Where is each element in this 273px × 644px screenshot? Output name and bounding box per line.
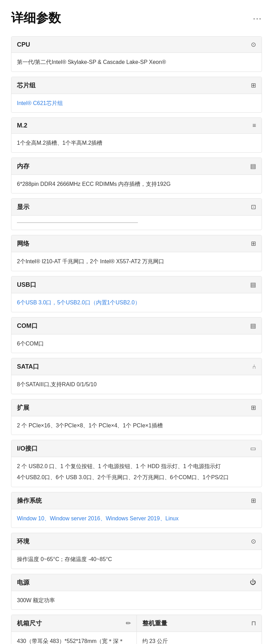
section-body-power: 300W 额定功率 <box>11 591 262 610</box>
section-body-cpu: 第一代/第二代Intel® Skylake-SP & Cascade Lake-… <box>11 53 262 72</box>
section-header-chipset: 芯片组 ⊞ <box>11 77 262 94</box>
weight-icon: ⊓ <box>251 619 256 627</box>
usb-icon: ▤ <box>250 281 256 288</box>
section-body-usb: 6个USB 3.0口，5个USB2.0口（内置1个USB2.0） <box>11 293 262 312</box>
m2-icon: ≡ <box>252 122 256 129</box>
section-dimensions: 机箱尺寸 ✏ 430（带耳朵 483）*552*178mm（宽＊深＊高） <box>11 615 137 644</box>
os-link[interactable]: Window 10、Window server 2016、Windows Ser… <box>17 515 179 521</box>
section-expansion: 扩展 ⊞ 2 个 PCIe×16、3个PCIe×8、1个 PCIe×4、1个 P… <box>11 399 262 435</box>
section-network: 网络 ⊞ 2个Intel® I210-AT 千兆网口，2个 Intel® X55… <box>11 235 262 271</box>
section-title-network: 网络 <box>17 239 29 248</box>
section-title-usb: USB口 <box>17 281 36 289</box>
section-title-io: I/O接口 <box>17 444 38 453</box>
section-header-env: 环境 ⊙ <box>11 533 262 550</box>
section-title-memory: 内存 <box>17 162 29 170</box>
section-header-dimensions: 机箱尺寸 ✏ <box>11 615 136 632</box>
env-icon: ⊙ <box>251 538 256 545</box>
page-header: 详细参数 ··· <box>11 10 262 27</box>
section-header-weight: 整机重量 ⊓ <box>137 615 262 632</box>
section-chipset: 芯片组 ⊞ Intel® C621芯片组 <box>11 77 262 113</box>
usb-link[interactable]: 6个USB 3.0口，5个USB2.0口（内置1个USB2.0） <box>17 300 140 305</box>
section-title-power: 电源 <box>17 578 29 587</box>
com-icon: ▤ <box>250 322 256 330</box>
section-body-chipset: Intel® C621芯片组 <box>11 94 262 113</box>
section-weight: 整机重量 ⊓ 约 23 公斤 <box>137 615 262 644</box>
section-usb: USB口 ▤ 6个USB 3.0口，5个USB2.0口（内置1个USB2.0） <box>11 276 262 312</box>
section-header-power: 电源 ⏻ <box>11 574 262 591</box>
section-os: 操作系统 ⊞ Window 10、Window server 2016、Wind… <box>11 492 262 528</box>
section-header-network: 网络 ⊞ <box>11 235 262 252</box>
section-title-chipset: 芯片组 <box>17 81 36 89</box>
section-header-display: 显示 ⊡ <box>11 199 262 216</box>
chipset-icon: ⊞ <box>251 82 256 89</box>
more-menu-button[interactable]: ··· <box>253 13 262 23</box>
section-header-os: 操作系统 ⊞ <box>11 492 262 509</box>
section-cpu: CPU ⊙ 第一代/第二代Intel® Skylake-SP & Cascade… <box>11 36 262 72</box>
section-header-usb: USB口 ▤ <box>11 276 262 293</box>
section-title-os: 操作系统 <box>17 496 42 505</box>
section-title-expansion: 扩展 <box>17 404 29 412</box>
io-icon: ▭ <box>250 445 256 452</box>
expansion-icon: ⊞ <box>251 404 256 411</box>
section-title-dimensions: 机箱尺寸 <box>17 619 42 627</box>
page-container: 详细参数 ··· CPU ⊙ 第一代/第二代Intel® Skylake-SP … <box>0 0 273 644</box>
display-line <box>17 222 138 223</box>
section-body-env: 操作温度 0~65°C；存储温度 -40~85°C <box>11 550 262 569</box>
section-title-m2: M.2 <box>17 122 27 129</box>
section-display: 显示 ⊡ <box>11 198 262 230</box>
dimensions-icon: ✏ <box>126 619 131 627</box>
section-title-sata: SATA口 <box>17 362 39 371</box>
section-body-os: Window 10、Window server 2016、Windows Ser… <box>11 509 262 528</box>
cpu-icon: ⊙ <box>251 41 256 48</box>
section-header-sata: SATA口 ⑃ <box>11 358 262 375</box>
section-body-network: 2个Intel® I210-AT 千兆网口，2个 Intel® X557-AT2… <box>11 252 262 271</box>
section-header-expansion: 扩展 ⊞ <box>11 399 262 416</box>
section-header-io: I/O接口 ▭ <box>11 440 262 457</box>
section-memory: 内存 ▤ 6*288pin DDR4 2666MHz ECC RDIMMs 内存… <box>11 158 262 194</box>
section-title-weight: 整机重量 <box>142 619 167 627</box>
section-env: 环境 ⊙ 操作温度 0~65°C；存储温度 -40~85°C <box>11 533 262 569</box>
section-body-m2: 1个全高M.2插槽、1个半高M.2插槽 <box>11 134 262 152</box>
section-power: 电源 ⏻ 300W 额定功率 <box>11 574 262 610</box>
section-body-display <box>11 216 262 230</box>
section-body-io: 2 个 USB2.0 口、1 个复位按钮、1 个电源按钮、1 个 HDD 指示灯… <box>11 457 262 486</box>
section-sata: SATA口 ⑃ 8个SATAIII口,支持RAID 0/1/5/10 <box>11 358 262 394</box>
os-icon: ⊞ <box>251 497 256 504</box>
section-body-weight: 约 23 公斤 <box>137 632 262 644</box>
page-title: 详细参数 <box>11 10 61 27</box>
chipset-link[interactable]: Intel® C621芯片组 <box>17 100 63 106</box>
section-body-memory: 6*288pin DDR4 2666MHz ECC RDIMMs 内存插槽，支持… <box>11 175 262 193</box>
section-title-com: COM口 <box>17 322 38 330</box>
section-title-cpu: CPU <box>17 41 30 48</box>
section-title-display: 显示 <box>17 203 29 211</box>
section-header-com: COM口 ▤ <box>11 318 262 334</box>
section-bottom: 机箱尺寸 ✏ 430（带耳朵 483）*552*178mm（宽＊深＊高） 整机重… <box>11 615 262 644</box>
section-title-env: 环境 <box>17 537 29 546</box>
section-header-cpu: CPU ⊙ <box>11 37 262 53</box>
io-line1: 2 个 USB2.0 口、1 个复位按钮、1 个电源按钮、1 个 HDD 指示灯… <box>17 462 256 471</box>
section-m2: M.2 ≡ 1个全高M.2插槽、1个半高M.2插槽 <box>11 117 262 153</box>
section-header-m2: M.2 ≡ <box>11 118 262 134</box>
section-body-expansion: 2 个 PCIe×16、3个PCIe×8、1个 PCIe×4、1个 PCIe×1… <box>11 416 262 435</box>
section-header-memory: 内存 ▤ <box>11 158 262 175</box>
section-com: COM口 ▤ 6个COM口 <box>11 317 262 353</box>
power-icon: ⏻ <box>250 579 256 586</box>
section-io: I/O接口 ▭ 2 个 USB2.0 口、1 个复位按钮、1 个电源按钮、1 个… <box>11 440 262 487</box>
display-icon: ⊡ <box>251 203 256 211</box>
sata-icon: ⑃ <box>252 363 256 370</box>
network-icon: ⊞ <box>251 240 256 247</box>
memory-icon: ▤ <box>250 162 256 170</box>
section-body-sata: 8个SATAIII口,支持RAID 0/1/5/10 <box>11 375 262 394</box>
io-line2: 4个USB2.0口、6个 USB 3.0口、2个千兆网口、2个万兆网口、6个CO… <box>17 473 256 482</box>
section-body-dimensions: 430（带耳朵 483）*552*178mm（宽＊深＊高） <box>11 632 136 644</box>
section-body-com: 6个COM口 <box>11 334 262 353</box>
